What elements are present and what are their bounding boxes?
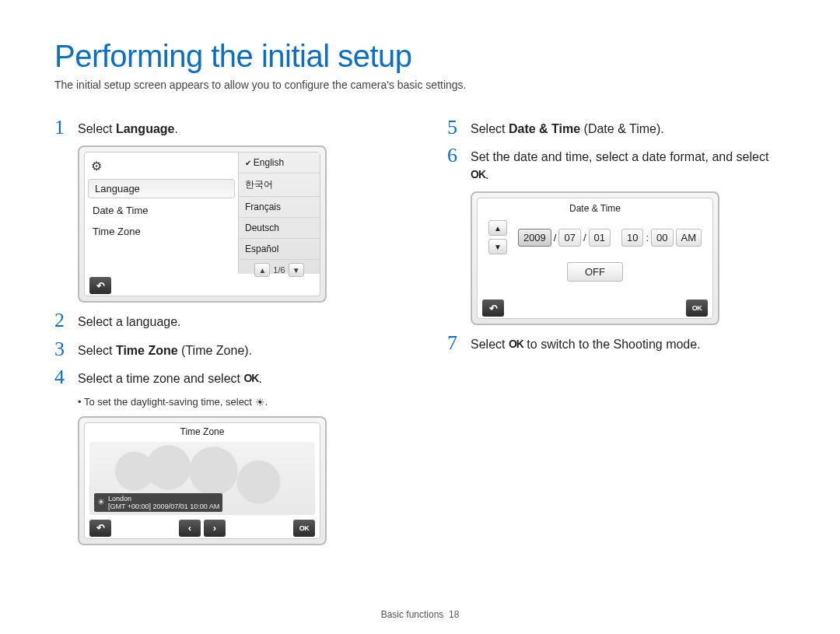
menu-item-time-zone[interactable]: Time Zone xyxy=(85,221,238,242)
page-footer: Basic functions 18 xyxy=(0,609,840,620)
right-column: 5 Select Date & Time (Date & Time). 6 Se… xyxy=(447,110,786,553)
back-button[interactable]: ↶ xyxy=(89,520,111,537)
step-5: 5 Select Date & Time (Date & Time). xyxy=(447,117,786,138)
ok-button[interactable]: OK xyxy=(293,520,315,537)
page-up-icon[interactable]: ▲ xyxy=(254,263,270,277)
step-text: Select xyxy=(78,122,116,135)
datetime-fields: 2009 / 07 / 01 10 : 00 AM xyxy=(518,229,702,247)
step-number: 2 xyxy=(54,310,70,331)
year-field[interactable]: 2009 xyxy=(518,229,551,247)
left-column: 1 Select Language. Language Date & Time … xyxy=(54,110,393,553)
back-button[interactable]: ↶ xyxy=(89,277,111,294)
ok-icon: OK xyxy=(471,167,485,183)
step-6: 6 Set the date and time, select a date f… xyxy=(447,145,786,184)
date-format-off[interactable]: OFF xyxy=(567,262,623,282)
step-text-post: (Date & Time). xyxy=(580,122,664,135)
language-options: English 한국어 Français Deutsch Español ▲ 1… xyxy=(238,152,320,274)
pager-text: 1/6 xyxy=(273,265,285,275)
step-bold: Time Zone xyxy=(116,344,178,357)
step-text: Select a time zone and select xyxy=(78,372,243,385)
timezone-detail: [GMT +00:00] 2009/07/01 10:00 AM xyxy=(108,503,219,510)
step-4: 4 Select a time zone and select OK. xyxy=(54,367,393,387)
sep: / xyxy=(583,232,586,243)
step-text-post: to switch to the Shooting mode. xyxy=(523,338,701,351)
menu-item-language[interactable]: Language xyxy=(88,179,235,198)
minute-field[interactable]: 00 xyxy=(651,229,673,247)
sep: / xyxy=(554,232,557,243)
step-bold: Date & Time xyxy=(509,122,580,135)
language-screen: Language Date & Time Time Zone English 한… xyxy=(78,145,327,303)
footer-page: 18 xyxy=(449,609,459,620)
month-field[interactable]: 07 xyxy=(558,229,580,247)
footer-section: Basic functions xyxy=(381,609,444,620)
step-number: 4 xyxy=(54,367,70,387)
timezone-info: London [GMT +00:00] 2009/07/01 10:00 AM xyxy=(94,493,222,512)
hour-field[interactable]: 10 xyxy=(621,229,643,247)
gear-icon xyxy=(91,161,102,173)
ok-icon: OK xyxy=(509,337,523,352)
sun-icon xyxy=(255,396,265,408)
page-down-icon[interactable]: ▼ xyxy=(289,263,304,277)
intro-text: The initial setup screen appears to allo… xyxy=(54,79,786,91)
step-text-post: . xyxy=(258,372,261,385)
step-text: Set the date and time, select a date for… xyxy=(471,150,768,163)
language-option-french[interactable]: Français xyxy=(239,197,320,218)
step-text: Select a language. xyxy=(78,310,393,331)
step-number: 1 xyxy=(54,117,70,138)
datetime-screen: Date & Time ▲ ▼ 2009 / 07 / 01 xyxy=(471,191,719,325)
datetime-title: Date & Time xyxy=(569,198,621,219)
ampm-field[interactable]: AM xyxy=(676,229,702,247)
value-up-icon[interactable]: ▲ xyxy=(488,220,507,236)
step-text-post: . xyxy=(485,168,488,181)
sep: : xyxy=(646,232,649,243)
language-pager: ▲ 1/6 ▼ xyxy=(239,260,320,280)
language-option-german[interactable]: Deutsch xyxy=(239,218,320,239)
timezone-title: Time Zone xyxy=(85,423,320,440)
world-map[interactable]: London [GMT +00:00] 2009/07/01 10:00 AM xyxy=(89,442,315,515)
step-number: 5 xyxy=(447,117,463,138)
step-text-post: . xyxy=(174,122,177,135)
language-option-korean[interactable]: 한국어 xyxy=(239,173,320,197)
menu-item-date-time[interactable]: Date & Time xyxy=(85,200,238,221)
next-arrow-icon[interactable]: › xyxy=(204,520,226,537)
step-text: Select xyxy=(471,122,509,135)
step-text: Select xyxy=(78,344,116,357)
step-4-note: To set the daylight-saving time, select … xyxy=(78,396,393,408)
step-number: 3 xyxy=(54,339,70,359)
ok-icon: OK xyxy=(243,371,258,387)
back-button[interactable]: ↶ xyxy=(482,299,504,317)
dst-sun-icon[interactable] xyxy=(97,497,105,507)
step-4-note-text: To set the daylight-saving time, select xyxy=(84,396,255,408)
language-option-english[interactable]: English xyxy=(239,152,320,173)
step-number: 7 xyxy=(447,333,463,353)
step-text-post: (Time Zone). xyxy=(178,344,252,357)
step-number: 6 xyxy=(447,145,463,184)
step-2: 2 Select a language. xyxy=(54,310,393,331)
settings-menu: Language Date & Time Time Zone xyxy=(85,152,238,274)
timezone-screen: Time Zone London [GMT +00:00] 2009/07/01… xyxy=(78,416,327,545)
timezone-city: London xyxy=(108,495,219,503)
page-title: Performing the initial setup xyxy=(54,39,786,74)
step-bold: Language xyxy=(116,122,175,135)
day-field[interactable]: 01 xyxy=(589,229,611,247)
step-1: 1 Select Language. xyxy=(54,117,393,138)
step-text: Select xyxy=(471,338,509,351)
value-down-icon[interactable]: ▼ xyxy=(488,239,507,254)
ok-button[interactable]: OK xyxy=(686,299,708,317)
step-3: 3 Select Time Zone (Time Zone). xyxy=(54,339,393,359)
step-7: 7 Select OK to switch to the Shooting mo… xyxy=(447,333,786,353)
prev-arrow-icon[interactable]: ‹ xyxy=(179,520,201,537)
language-option-spanish[interactable]: Español xyxy=(239,239,320,260)
